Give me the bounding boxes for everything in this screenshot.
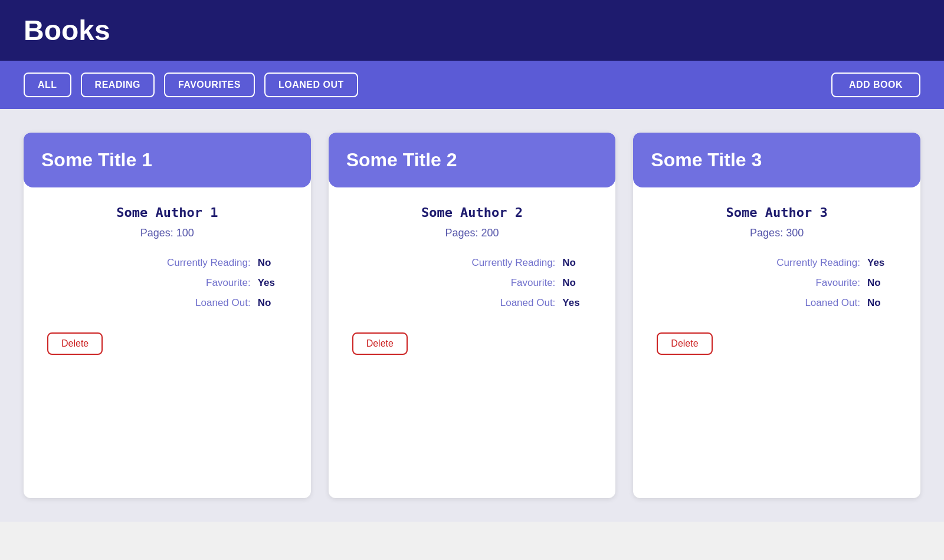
book-pages-value-2: 200 — [481, 227, 499, 239]
book-pages-3: Pages: 300 — [657, 227, 897, 239]
loaned-out-label-2: Loaned Out: — [500, 297, 556, 309]
book-pages-label-1: Pages: — [140, 227, 173, 239]
book-pages-label-3: Pages: — [750, 227, 783, 239]
favourite-value-2: No — [562, 277, 592, 289]
book-card-1: Some Title 1 Some Author 1 Pages: 100 Cu… — [24, 133, 311, 498]
loaned-out-row-1: Loaned Out: No — [47, 297, 287, 309]
filter-reading-button[interactable]: READING — [81, 73, 155, 97]
favourite-row-3: Favourite: No — [657, 277, 897, 289]
favourite-label-3: Favourite: — [815, 277, 860, 289]
currently-reading-label-3: Currently Reading: — [776, 257, 860, 269]
book-card-header-3: Some Title 3 — [633, 133, 920, 187]
page-title: Books — [24, 14, 920, 47]
loaned-out-label-3: Loaned Out: — [805, 297, 860, 309]
currently-reading-value-3: Yes — [867, 257, 897, 269]
filter-favourites-button[interactable]: FAVOURITES — [164, 73, 255, 97]
currently-reading-value-1: No — [258, 257, 287, 269]
loaned-out-row-3: Loaned Out: No — [657, 297, 897, 309]
book-title-2: Some Title 2 — [346, 149, 457, 170]
book-card-2: Some Title 2 Some Author 2 Pages: 200 Cu… — [329, 133, 616, 498]
filter-all-button[interactable]: ALL — [24, 73, 71, 97]
loaned-out-value-2: Yes — [562, 297, 592, 309]
add-book-button[interactable]: ADD BOOK — [831, 73, 920, 97]
currently-reading-value-2: No — [562, 257, 592, 269]
filter-loaned-out-button[interactable]: LOANED OUT — [264, 73, 358, 97]
book-card-header-2: Some Title 2 — [329, 133, 616, 187]
loaned-out-row-2: Loaned Out: Yes — [352, 297, 592, 309]
favourite-row-1: Favourite: Yes — [47, 277, 287, 289]
book-title-1: Some Title 1 — [41, 149, 152, 170]
book-pages-value-3: 300 — [786, 227, 804, 239]
loaned-out-value-3: No — [867, 297, 897, 309]
favourite-label-2: Favourite: — [511, 277, 556, 289]
book-pages-value-1: 100 — [176, 227, 194, 239]
loaned-out-value-1: No — [258, 297, 287, 309]
book-pages-1: Pages: 100 — [47, 227, 287, 239]
currently-reading-row-1: Currently Reading: No — [47, 257, 287, 269]
book-meta-1: Currently Reading: No Favourite: Yes Loa… — [47, 257, 287, 309]
delete-button-3[interactable]: Delete — [657, 332, 712, 355]
favourite-label-1: Favourite: — [206, 277, 251, 289]
loaned-out-label-1: Loaned Out: — [195, 297, 251, 309]
book-pages-label-2: Pages: — [445, 227, 478, 239]
book-card-3: Some Title 3 Some Author 3 Pages: 300 Cu… — [633, 133, 920, 498]
favourite-value-1: Yes — [258, 277, 287, 289]
currently-reading-row-2: Currently Reading: No — [352, 257, 592, 269]
book-card-body-2: Some Author 2 Pages: 200 Currently Readi… — [329, 187, 616, 373]
book-author-2: Some Author 2 — [352, 205, 592, 220]
book-card-header-1: Some Title 1 — [24, 133, 311, 187]
book-title-3: Some Title 3 — [651, 149, 762, 170]
favourite-value-3: No — [867, 277, 897, 289]
book-meta-2: Currently Reading: No Favourite: No Loan… — [352, 257, 592, 309]
books-grid: Some Title 1 Some Author 1 Pages: 100 Cu… — [0, 109, 944, 522]
filter-buttons: ALL READING FAVOURITES LOANED OUT — [24, 73, 358, 97]
book-card-body-3: Some Author 3 Pages: 300 Currently Readi… — [633, 187, 920, 373]
currently-reading-row-3: Currently Reading: Yes — [657, 257, 897, 269]
book-author-3: Some Author 3 — [657, 205, 897, 220]
book-pages-2: Pages: 200 — [352, 227, 592, 239]
page-header: Books — [0, 0, 944, 61]
toolbar: ALL READING FAVOURITES LOANED OUT ADD BO… — [0, 61, 944, 109]
currently-reading-label-2: Currently Reading: — [472, 257, 556, 269]
currently-reading-label-1: Currently Reading: — [167, 257, 251, 269]
book-meta-3: Currently Reading: Yes Favourite: No Loa… — [657, 257, 897, 309]
delete-button-2[interactable]: Delete — [352, 332, 408, 355]
book-author-1: Some Author 1 — [47, 205, 287, 220]
delete-button-1[interactable]: Delete — [47, 332, 103, 355]
book-card-body-1: Some Author 1 Pages: 100 Currently Readi… — [24, 187, 311, 373]
favourite-row-2: Favourite: No — [352, 277, 592, 289]
